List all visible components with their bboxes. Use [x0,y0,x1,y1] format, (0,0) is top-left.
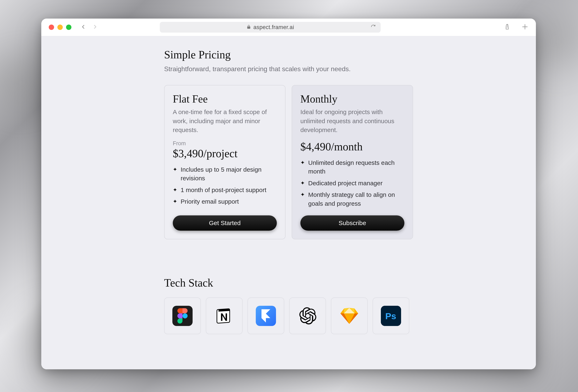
price-from-label: From [173,140,277,147]
plan-price: $4,490/month [300,140,404,153]
framer-icon [256,306,276,326]
list-item: ✦Monthly strategy call to align on goals… [300,190,404,208]
tech-tile-framer [247,298,284,334]
page-content: Simple Pricing Straightforward, transpar… [41,36,536,369]
pricing-section-title: Simple Pricing [164,48,413,61]
plan-name: Monthly [300,93,404,105]
list-item: ✦Unlimited design requests each month [300,158,404,176]
notion-icon [214,306,234,326]
address-bar[interactable]: aspect.framer.ai [160,22,381,33]
plan-description: Ideal for ongoing projects with unlimite… [300,107,404,134]
plan-description: A one-time fee for a fixed scope of work… [173,107,277,134]
tech-tile-openai [289,298,326,334]
pricing-subtitle: Straightforward, transparent pricing tha… [164,64,413,74]
tech-tile-photoshop: Ps [373,298,409,334]
pricing-card-flat-fee: Flat Fee A one-time fee for a fixed scop… [164,85,286,239]
share-icon[interactable] [504,23,511,31]
openai-icon [297,306,318,326]
list-item: ✦Dedicated project manager [300,179,404,188]
sparkle-icon: ✦ [173,197,177,206]
maximize-window-button[interactable] [66,25,71,30]
browser-window: aspect.framer.ai Simple Pricing Straight… [41,19,536,369]
tech-tile-figma [164,298,201,334]
plan-name: Flat Fee [173,93,277,105]
forward-button[interactable] [92,24,98,31]
photoshop-icon: Ps [381,306,401,326]
sketch-icon [339,306,359,326]
reload-button[interactable] [371,24,376,30]
subscribe-button[interactable]: Subscribe [300,216,404,231]
tech-tile-sketch [331,298,368,334]
sparkle-icon: ✦ [173,165,177,183]
pricing-card-monthly: Monthly Ideal for ongoing projects with … [292,85,413,239]
get-started-button[interactable]: Get Started [173,216,277,231]
browser-toolbar: aspect.framer.ai [41,19,536,36]
sparkle-icon: ✦ [300,179,305,188]
tech-stack-title: Tech Stack [164,276,413,289]
sparkle-icon: ✦ [300,158,305,176]
new-tab-icon[interactable] [522,23,529,31]
feature-list: ✦Unlimited design requests each month ✦D… [300,158,404,208]
plan-price: $3,490/project [173,147,277,160]
sparkle-icon: ✦ [173,186,177,195]
feature-list: ✦Includes up to 5 major design revisions… [173,165,277,206]
figma-icon [172,306,193,326]
sparkle-icon: ✦ [300,190,305,208]
svg-text:Ps: Ps [385,311,396,321]
nav-arrows [80,24,98,31]
back-button[interactable] [80,24,86,31]
window-controls [49,25,71,30]
url-text: aspect.framer.ai [253,24,294,31]
list-item: ✦Priority email support [173,197,277,206]
list-item: ✦Includes up to 5 major design revisions [173,165,277,183]
tech-stack-row: Ps [164,298,413,334]
close-window-button[interactable] [49,25,54,30]
minimize-window-button[interactable] [57,25,63,30]
toolbar-right [504,23,529,31]
lock-icon [246,25,251,30]
tech-tile-notion [206,298,242,334]
list-item: ✦1 month of post-project support [173,186,277,195]
pricing-cards: Flat Fee A one-time fee for a fixed scop… [164,85,413,239]
